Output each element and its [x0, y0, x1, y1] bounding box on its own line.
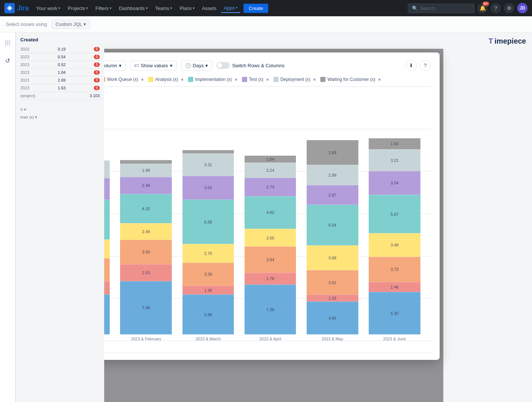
download-icon: ⬇ [409, 62, 413, 68]
row-value: 3.103 [89, 93, 100, 98]
bar-segment[interactable]: 1.03 [307, 294, 358, 302]
bar-segment[interactable]: 3.52 [183, 176, 234, 200]
bar-segment[interactable]: 5.67 [369, 195, 420, 233]
stacked-bar: 5.881.363.392.756.583.523.31 [183, 150, 234, 334]
days-button[interactable]: 🕐 Days ▾ [181, 61, 212, 71]
bar-segment[interactable]: 4.86 [307, 302, 358, 334]
bar-segment[interactable]: 3.68 [307, 245, 358, 270]
bar-segment[interactable]: 3.61 [307, 270, 358, 294]
bar-segment[interactable] [183, 150, 234, 154]
bar-segment[interactable]: 4.82 [245, 196, 296, 229]
jql-selector[interactable]: Custom JQL ▾ [51, 20, 90, 29]
chart-columns: 5.882.023.392.765.923.192.602023 & Janua… [48, 86, 431, 341]
select-issues-label: Select issues using [6, 21, 47, 27]
your-work-menu[interactable]: Your work ▾ [33, 4, 63, 13]
bar-segment[interactable] [120, 160, 172, 164]
chevron-down-icon: ▾ [110, 6, 112, 10]
bar-segment[interactable]: 2.75 [183, 244, 234, 262]
jira-logo[interactable]: Jira [4, 3, 29, 13]
notifications-button[interactable]: 🔔 9+ [477, 3, 488, 13]
right-panel: Created 2023 0.19 6 2023 0.54 6 2023 0.5… [16, 33, 104, 402]
bar-segment[interactable]: 2.65 [245, 229, 296, 246]
bar-segment[interactable]: 2.99 [307, 165, 358, 185]
chart-col-group: 7.381.783.842.654.822.732.241.042023 & A… [240, 86, 301, 341]
chevron-down-icon: ▾ [170, 63, 173, 68]
bar-segment[interactable]: 2.24 [245, 163, 296, 178]
bar-segment[interactable]: 1.36 [183, 286, 234, 295]
bar-segment[interactable]: 2.48 [120, 177, 172, 194]
switch-rows-cols-toggle[interactable]: Switch Rows & Columns [216, 62, 284, 69]
assets-menu[interactable]: Assets [199, 4, 219, 13]
settings-button[interactable]: ⚙ [504, 3, 514, 13]
download-button[interactable]: ⬇ [406, 60, 417, 71]
apps-menu[interactable]: Apps ▾ [221, 4, 241, 13]
stacked-bar: 4.861.033.613.686.042.872.993.69 [307, 140, 358, 334]
bar-segment[interactable]: 3.48 [369, 233, 420, 257]
bar-segment[interactable]: 3.31 [183, 153, 234, 176]
chevron-down-icon: ▾ [193, 6, 195, 10]
bar-segment[interactable]: 5.88 [183, 294, 234, 334]
legend-close[interactable]: ✕ [141, 78, 144, 82]
bar-segment[interactable]: 2.73 [245, 178, 296, 196]
jira-logo-text: Jira [17, 4, 29, 12]
legend-close[interactable]: ✕ [313, 78, 316, 82]
bar-segment[interactable]: 7.88 [120, 281, 172, 334]
bar-segment[interactable]: 3.73 [369, 257, 420, 282]
bar-segment[interactable]: 3.59 [120, 240, 172, 264]
bar-segment[interactable]: 3.84 [245, 246, 296, 272]
toggle-track[interactable] [216, 62, 230, 69]
bar-segment[interactable]: 1.04 [245, 156, 296, 163]
bar-segment[interactable]: 1.99 [120, 164, 172, 177]
chart-plot-area: 5.882.023.392.765.923.192.602023 & Janua… [47, 86, 431, 352]
user-avatar[interactable]: JD [517, 3, 528, 13]
sidebar-refresh-button[interactable]: ↺ [2, 55, 14, 67]
bar-segment[interactable]: 3.21 [369, 149, 420, 171]
sidebar-grid-button[interactable] [2, 37, 14, 49]
search-icon: 🔍 [412, 6, 418, 11]
right-panel-row: 2023 1.04 6 [20, 69, 100, 76]
right-panel-row: 2023 0.19 6 [20, 45, 100, 53]
row-label: 2023 [20, 47, 29, 51]
bar-segment[interactable]: 1.78 [245, 273, 296, 285]
teams-menu[interactable]: Teams ▾ [152, 4, 175, 13]
row-label: 2023 [20, 70, 29, 75]
row-value: 0.54 [58, 55, 65, 59]
bar-segment[interactable]: 3.39 [183, 263, 234, 286]
chart-col-group: 7.882.533.592.494.322.481.992023 & Febru… [116, 86, 176, 341]
chevron-down-icon: ▾ [205, 63, 208, 68]
bar-segment[interactable]: 3.69 [307, 140, 358, 165]
bar-segment[interactable]: 4.32 [120, 194, 172, 223]
legend-close[interactable]: ✕ [181, 78, 184, 82]
show-values-button[interactable]: 🏷 Show values ▾ [130, 61, 177, 71]
legend-close[interactable]: ✕ [235, 78, 238, 82]
bar-segment[interactable]: 6.58 [183, 200, 234, 244]
right-panel-row: (project) 3.103 [20, 92, 100, 100]
bar-segment[interactable]: 6.04 [307, 205, 358, 245]
bar-segment[interactable]: 2.53 [120, 264, 172, 281]
bar-segment[interactable]: 2.49 [120, 223, 172, 240]
bar-segment[interactable]: 2.87 [307, 185, 358, 204]
stacked-bar: 6.301.483.733.485.673.543.211.63 [369, 138, 420, 334]
legend-label: Analysis (x) [155, 77, 178, 82]
bar-segment[interactable]: 6.30 [369, 292, 420, 334]
bar-segment[interactable]: 1.63 [369, 138, 420, 149]
search-bar[interactable]: 🔍 Search [408, 4, 474, 13]
row-badge: 6 [94, 47, 100, 51]
row-label: (project) [20, 93, 35, 98]
chevron-down-icon: ▾ [86, 6, 88, 10]
bar-segment[interactable]: 7.38 [245, 285, 296, 334]
bar-segment[interactable]: 1.48 [369, 282, 420, 292]
legend-item: Work Queue (x) ✕ [100, 77, 144, 82]
create-button[interactable]: Create [243, 4, 268, 13]
chart-col-group: 5.881.363.392.756.583.523.312023 & March [178, 86, 238, 341]
help-button[interactable]: ? [491, 3, 501, 13]
legend-close[interactable]: ✕ [266, 78, 269, 82]
projects-menu[interactable]: Projects ▾ [65, 4, 91, 13]
legend-close[interactable]: ✕ [378, 78, 381, 82]
filters-menu[interactable]: Filters ▾ [92, 4, 114, 13]
dashboards-menu[interactable]: Dashboards ▾ [116, 4, 151, 13]
plans-menu[interactable]: Plans ▾ [177, 4, 198, 13]
bar-segment[interactable]: 3.54 [369, 171, 420, 195]
help-button[interactable]: ? [420, 60, 431, 71]
right-panel-row: 2023 0.54 6 [20, 53, 100, 61]
